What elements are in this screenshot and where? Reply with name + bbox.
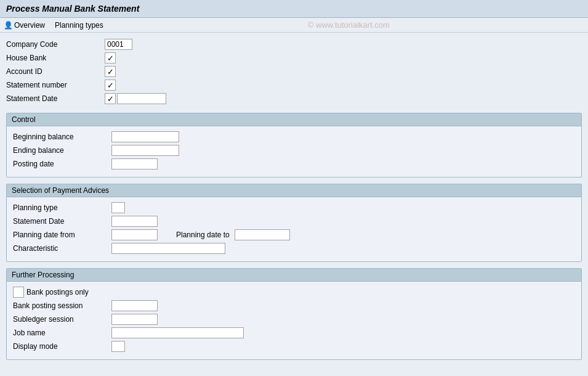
subledger-session-row: Subledger session — [13, 314, 575, 325]
planning-date-from-label: Planning date from — [13, 231, 111, 239]
company-code-label: Company Code — [6, 40, 105, 49]
display-mode-label: Display mode — [13, 342, 111, 351]
account-id-label: Account ID — [6, 67, 105, 76]
planning-type-row: Planning type — [13, 202, 575, 213]
planning-date-to-input[interactable] — [235, 229, 290, 240]
job-name-input[interactable] — [111, 327, 244, 338]
job-name-label: Job name — [13, 329, 111, 337]
account-id-row: Account ID ✓ — [6, 66, 582, 77]
bank-posting-session-input[interactable] — [111, 300, 158, 311]
bank-postings-only-label: Bank postings only — [26, 288, 89, 296]
characteristic-row: Characteristic — [13, 243, 575, 254]
job-name-row: Job name — [13, 327, 575, 338]
beginning-balance-row: Beginning balance — [13, 131, 575, 142]
further-processing-section-body: Bank postings only Bank posting session … — [7, 282, 581, 359]
control-section-body: Beginning balance Ending balance Posting… — [7, 126, 581, 177]
planning-type-label: Planning type — [13, 203, 111, 212]
menu-bar: 👤 Overview Planning types © www.tutorial… — [0, 18, 588, 33]
posting-date-row: Posting date — [13, 158, 575, 170]
pa-statement-date-row: Statement Date — [13, 216, 575, 227]
overview-menu-item[interactable]: 👤 Overview — [4, 21, 45, 30]
statement-date-input[interactable] — [117, 93, 166, 104]
subledger-session-label: Subledger session — [13, 315, 111, 324]
characteristic-input[interactable] — [111, 243, 225, 254]
payment-advices-section-header: Selection of Payment Advices — [7, 184, 581, 197]
overview-icon: 👤 — [4, 21, 12, 30]
ending-balance-row: Ending balance — [13, 145, 575, 156]
posting-date-input[interactable] — [111, 158, 158, 170]
statement-number-row: Statement number ✓ — [6, 80, 582, 91]
statement-date-row: Statement Date ✓ — [6, 93, 582, 104]
planning-date-to-label: Planning date to — [176, 231, 230, 239]
display-mode-row: Display mode — [13, 341, 575, 352]
further-processing-section: Further Processing Bank postings only Ba… — [6, 268, 582, 360]
planning-date-from-input[interactable] — [111, 229, 158, 240]
planning-type-input[interactable] — [111, 202, 125, 213]
pa-statement-date-input[interactable] — [111, 216, 158, 227]
control-section-header: Control — [7, 113, 581, 126]
statement-number-label: Statement number — [6, 81, 105, 89]
pa-statement-date-label: Statement Date — [13, 217, 111, 226]
ending-balance-label: Ending balance — [13, 146, 111, 155]
overview-label: Overview — [14, 21, 45, 30]
planning-date-row: Planning date from Planning date to — [13, 229, 575, 240]
statement-date-checkbox[interactable]: ✓ — [105, 93, 116, 104]
posting-date-label: Posting date — [13, 160, 111, 168]
bank-posting-session-row: Bank posting session — [13, 300, 575, 311]
ending-balance-input[interactable] — [111, 145, 179, 156]
title-bar: Process Manual Bank Statement — [0, 0, 588, 18]
house-bank-row: House Bank ✓ — [6, 52, 582, 63]
company-code-input[interactable] — [105, 39, 132, 50]
house-bank-label: House Bank — [6, 54, 105, 62]
company-code-row: Company Code — [6, 39, 582, 50]
house-bank-checkbox[interactable]: ✓ — [105, 52, 116, 63]
beginning-balance-label: Beginning balance — [13, 133, 111, 141]
control-section: Control Beginning balance Ending balance… — [6, 113, 582, 178]
bank-postings-only-checkbox[interactable] — [13, 287, 24, 298]
characteristic-label: Characteristic — [13, 244, 111, 253]
bank-postings-only-row: Bank postings only — [13, 287, 575, 298]
subledger-session-input[interactable] — [111, 314, 158, 325]
watermark-text: © www.tutorialkart.com — [113, 20, 584, 30]
planning-types-menu-item[interactable]: Planning types — [55, 21, 103, 30]
beginning-balance-input[interactable] — [111, 131, 179, 142]
statement-number-checkbox[interactable]: ✓ — [105, 80, 116, 91]
account-id-checkbox[interactable]: ✓ — [105, 66, 116, 77]
statement-date-label: Statement Date — [6, 94, 105, 103]
payment-advices-section-body: Planning type Statement Date Planning da… — [7, 197, 581, 261]
page-title: Process Manual Bank Statement — [6, 4, 582, 14]
planning-types-label: Planning types — [55, 21, 103, 30]
main-content: Company Code House Bank ✓ Account ID ✓ S… — [0, 33, 588, 372]
bank-posting-session-label: Bank posting session — [13, 301, 111, 310]
payment-advices-section: Selection of Payment Advices Planning ty… — [6, 184, 582, 262]
display-mode-input[interactable] — [111, 341, 125, 352]
further-processing-section-header: Further Processing — [7, 269, 581, 282]
